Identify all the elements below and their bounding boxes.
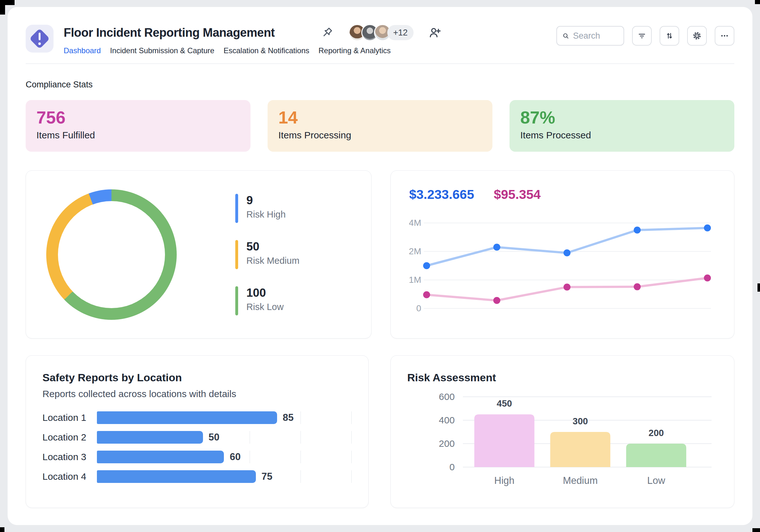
legend-swatch	[235, 240, 238, 269]
crop-mark	[0, 527, 4, 532]
line-point[interactable]	[704, 224, 711, 231]
vbar-bar-medium[interactable]	[550, 432, 610, 467]
legend-value: 9	[246, 194, 286, 207]
settings-button[interactable]	[687, 26, 707, 46]
hbar-track: 75	[97, 470, 352, 483]
legend-value: 100	[246, 286, 284, 300]
header-divider	[25, 63, 735, 64]
section-title: Compliance Stats	[25, 80, 735, 90]
hbar-track: 50	[97, 431, 352, 444]
vbar-category-label: Low	[647, 475, 665, 486]
legend-swatch	[235, 194, 238, 223]
svg-text:0: 0	[450, 462, 455, 472]
incident-app-icon	[25, 25, 54, 53]
vbar-value: 300	[573, 416, 588, 426]
stat-value: 87%	[520, 109, 724, 126]
line-point[interactable]	[493, 244, 500, 251]
legend-item-risk-medium: 50Risk Medium	[235, 240, 300, 269]
tab-escalation-notifications[interactable]: Escalation & Notifications	[223, 46, 309, 55]
line-point[interactable]	[423, 262, 430, 269]
header-actions	[556, 26, 735, 46]
line-point[interactable]	[634, 227, 641, 234]
line-point[interactable]	[423, 291, 430, 298]
safety-reports-title: Safety Reports by Location	[42, 371, 352, 384]
legend-item-risk-low: 100Risk Low	[235, 286, 300, 315]
search-input[interactable]	[573, 31, 618, 41]
tab-dashboard[interactable]: Dashboard	[64, 46, 101, 55]
stat-label: Items Fulfilled	[36, 130, 240, 141]
line-point[interactable]	[634, 283, 641, 290]
tab-incident-submission-capture[interactable]: Incident Submission & Capture	[110, 46, 214, 55]
pin-icon[interactable]	[321, 26, 333, 39]
safety-reports-card: Safety Reports by Location Reports colle…	[25, 355, 369, 508]
filter-icon	[637, 31, 647, 40]
search-box[interactable]	[556, 26, 624, 46]
vbar-bar-high[interactable]	[474, 414, 535, 467]
crop-mark	[755, 0, 760, 4]
risk-assessment-title: Risk Assessment	[407, 371, 718, 384]
hbar-value: 85	[283, 411, 294, 424]
svg-text:400: 400	[439, 415, 455, 425]
legend-label: Risk High	[246, 209, 286, 220]
svg-text:1M: 1M	[409, 275, 421, 285]
risk-donut-card: 9Risk High50Risk Medium100Risk Low	[25, 170, 371, 339]
hbar-row-location-2: Location 250	[42, 431, 352, 444]
sort-icon	[665, 31, 674, 40]
stat-value: 756	[36, 109, 240, 126]
page-title: Floor Incident Reporting Management	[64, 26, 275, 40]
legend-swatch	[235, 286, 238, 315]
filter-button[interactable]	[632, 26, 652, 46]
hbar-row-location-4: Location 475	[42, 470, 352, 483]
hbar-value: 60	[230, 451, 240, 463]
revenue-line-chart[interactable]: 01M2M4M	[409, 218, 716, 317]
hbar-track: 85	[97, 411, 352, 424]
hbar-bar[interactable]	[97, 451, 224, 463]
line-point[interactable]	[493, 297, 500, 304]
legend-item-risk-high: 9Risk High	[235, 194, 300, 223]
line-series-0[interactable]	[427, 228, 707, 266]
avatar-group[interactable]: +12	[349, 24, 414, 41]
vbar-value: 450	[497, 398, 512, 409]
gear-icon	[692, 31, 702, 41]
svg-text:200: 200	[439, 438, 455, 449]
risk-donut-chart[interactable]	[46, 189, 177, 320]
hbar-track: 60	[97, 451, 352, 463]
crop-mark	[752, 528, 760, 532]
vbar-bar-low[interactable]	[626, 444, 686, 467]
tab-reporting-analytics[interactable]: Reporting & Analytics	[318, 46, 391, 55]
legend-label: Risk Medium	[246, 256, 300, 266]
line-point[interactable]	[564, 250, 571, 257]
crop-mark	[0, 0, 5, 15]
avatar-overflow-badge[interactable]: +12	[387, 25, 414, 40]
risk-assessment-chart[interactable]: 0200400600450High300Medium200Low	[407, 386, 718, 497]
svg-text:2M: 2M	[409, 246, 421, 256]
line-point[interactable]	[564, 284, 571, 291]
hbar-bar[interactable]	[97, 431, 203, 444]
stat-label: Items Processed	[520, 130, 724, 141]
safety-reports-subtitle: Reports collected across locations with …	[42, 389, 352, 399]
stat-card-items-processing: 14Items Processing	[267, 100, 493, 152]
vbar-value: 200	[648, 428, 664, 438]
header: Floor Incident Reporting Management +12	[25, 24, 735, 55]
svg-text:600: 600	[439, 391, 455, 402]
svg-text:4M: 4M	[409, 218, 421, 228]
vbar-category-label: Medium	[563, 475, 597, 486]
revenue-primary-value: $3.233.665	[409, 187, 474, 202]
line-point[interactable]	[704, 274, 711, 281]
add-user-icon[interactable]	[428, 26, 442, 39]
stat-cards: 756Items Fulfilled14Items Processing87%I…	[25, 100, 735, 152]
safety-reports-chart[interactable]: Location 185Location 250Location 360Loca…	[42, 411, 352, 483]
hbar-category-label: Location 3	[42, 452, 97, 462]
hbar-value: 50	[209, 431, 219, 444]
search-icon	[562, 31, 569, 40]
ellipsis-icon	[720, 31, 729, 40]
hbar-value: 75	[261, 470, 272, 483]
hbar-bar[interactable]	[97, 411, 277, 424]
more-button[interactable]	[715, 26, 735, 46]
sort-button[interactable]	[660, 26, 679, 46]
risk-assessment-card: Risk Assessment 0200400600450High300Medi…	[391, 355, 735, 508]
hbar-bar[interactable]	[97, 470, 256, 483]
nav-tabs: DashboardIncident Submission & CaptureEs…	[64, 46, 442, 55]
hbar-row-location-3: Location 360	[42, 451, 352, 463]
stat-value: 14	[278, 109, 482, 126]
